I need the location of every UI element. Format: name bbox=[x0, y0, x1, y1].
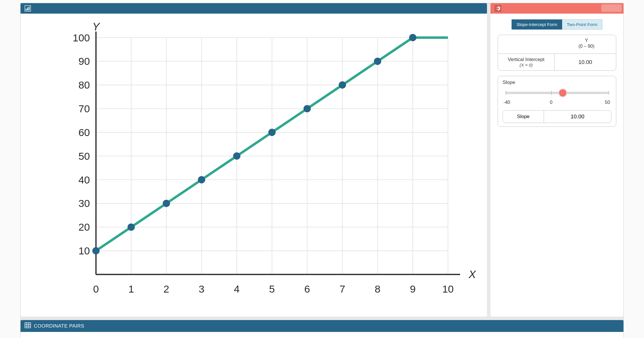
svg-text:9: 9 bbox=[410, 283, 416, 295]
intercept-y-label: Y bbox=[585, 38, 588, 43]
slider-labels: -40 0 50 bbox=[505, 100, 608, 106]
chart-panel-header bbox=[21, 3, 487, 14]
form-tabs: Slope-Intercept Form Two-Point Form bbox=[498, 19, 616, 30]
svg-rect-1 bbox=[26, 9, 27, 10]
slope-value-label: Slope bbox=[503, 111, 544, 123]
intercept-y-range: (0 – 90) bbox=[578, 44, 594, 49]
slider-track bbox=[505, 92, 608, 94]
intercept-label: Vertical Intercept bbox=[508, 57, 545, 63]
slider-tick-min bbox=[505, 91, 506, 95]
svg-text:80: 80 bbox=[78, 79, 90, 91]
svg-text:70: 70 bbox=[78, 103, 90, 115]
bar-chart-icon bbox=[24, 5, 32, 12]
svg-point-53 bbox=[198, 176, 205, 183]
tab-slope-intercept[interactable]: Slope-Intercept Form bbox=[512, 19, 562, 30]
intercept-value[interactable]: 10.00 bbox=[555, 54, 616, 70]
svg-text:90: 90 bbox=[78, 56, 90, 67]
svg-point-51 bbox=[128, 223, 135, 231]
slider-tick-zero bbox=[551, 91, 552, 95]
svg-text:0: 0 bbox=[93, 283, 99, 295]
app-container: 102030405060708090100012345678910YX Slop… bbox=[20, 3, 624, 338]
slope-value[interactable]: 10.00 bbox=[544, 111, 611, 123]
svg-text:6: 6 bbox=[304, 283, 310, 295]
intercept-sublabel: (X = 0) bbox=[520, 63, 533, 67]
coordinate-pairs-body: X012345678910Y10.0020.0030.0040.0050.006… bbox=[21, 332, 623, 338]
controls-body: Slope-Intercept Form Two-Point Form Y (0… bbox=[490, 14, 623, 317]
top-row: 102030405060708090100012345678910YX Slop… bbox=[21, 3, 623, 317]
slider-label-max: 50 bbox=[605, 100, 610, 105]
svg-point-59 bbox=[409, 34, 416, 41]
chart-body: 102030405060708090100012345678910YX bbox=[21, 14, 487, 317]
intercept-label-cell: Vertical Intercept (X = 0) bbox=[498, 54, 555, 70]
slider-tick-max bbox=[608, 91, 609, 95]
coordinate-pairs-header: COORDINATE PAIRS bbox=[21, 320, 623, 332]
chart-panel: 102030405060708090100012345678910YX bbox=[21, 3, 487, 317]
slope-group: Slope -40 0 50 Slope bbox=[498, 76, 616, 127]
controls-panel: Slope-Intercept Form Two-Point Form Y (0… bbox=[490, 3, 623, 317]
svg-rect-3 bbox=[29, 7, 29, 10]
svg-text:40: 40 bbox=[78, 174, 90, 186]
svg-point-50 bbox=[92, 247, 99, 254]
svg-text:60: 60 bbox=[78, 127, 90, 138]
svg-text:100: 100 bbox=[73, 32, 90, 44]
svg-point-54 bbox=[233, 153, 240, 160]
svg-text:5: 5 bbox=[269, 283, 275, 295]
svg-text:10: 10 bbox=[78, 245, 90, 257]
slope-group-label: Slope bbox=[503, 80, 611, 85]
slider-label-min: -40 bbox=[503, 100, 510, 105]
svg-text:7: 7 bbox=[339, 283, 345, 295]
coordinate-pairs-title: COORDINATE PAIRS bbox=[34, 323, 84, 329]
svg-text:Y: Y bbox=[92, 21, 100, 33]
svg-rect-60 bbox=[25, 323, 31, 328]
controls-panel-header bbox=[490, 3, 623, 14]
svg-point-56 bbox=[304, 105, 311, 112]
coordinate-pairs-panel: COORDINATE PAIRS X012345678910Y10.0020.0… bbox=[21, 320, 623, 338]
svg-point-57 bbox=[339, 81, 346, 89]
line-chart[interactable]: 102030405060708090100012345678910YX bbox=[29, 19, 478, 311]
svg-point-55 bbox=[268, 129, 276, 136]
tab-two-point[interactable]: Two-Point Form bbox=[562, 19, 602, 30]
svg-text:50: 50 bbox=[78, 150, 90, 162]
svg-text:1: 1 bbox=[128, 283, 134, 295]
slider-thumb[interactable] bbox=[558, 89, 567, 97]
slope-value-row: Slope 10.00 bbox=[503, 110, 611, 123]
gear-icon[interactable] bbox=[494, 5, 501, 12]
svg-point-52 bbox=[163, 200, 170, 207]
slope-slider[interactable] bbox=[505, 88, 608, 100]
svg-text:4: 4 bbox=[234, 283, 240, 295]
svg-text:20: 20 bbox=[78, 221, 90, 233]
svg-text:2: 2 bbox=[163, 283, 169, 295]
intercept-y-header: Y (0 – 90) bbox=[557, 35, 616, 54]
svg-rect-2 bbox=[27, 8, 28, 10]
svg-text:30: 30 bbox=[78, 198, 90, 209]
svg-text:3: 3 bbox=[199, 283, 204, 295]
svg-text:X: X bbox=[468, 268, 476, 280]
svg-text:10: 10 bbox=[442, 283, 454, 295]
header-button[interactable] bbox=[601, 4, 622, 12]
svg-text:8: 8 bbox=[375, 283, 381, 295]
svg-point-58 bbox=[374, 58, 381, 65]
table-icon bbox=[25, 322, 31, 330]
intercept-group: Y (0 – 90) Vertical Intercept (X = 0) 10… bbox=[498, 35, 616, 71]
intercept-y-header-cell bbox=[498, 35, 557, 54]
slider-label-zero: 0 bbox=[550, 100, 553, 105]
